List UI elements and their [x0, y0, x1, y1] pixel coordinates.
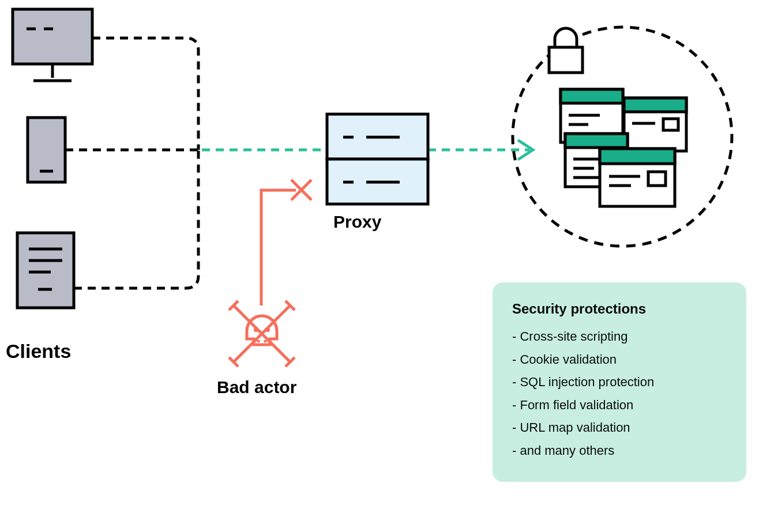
svg-rect-30 [549, 47, 583, 73]
svg-rect-44 [600, 149, 675, 206]
svg-rect-36 [624, 98, 686, 112]
proxy-server-icon [327, 114, 428, 204]
svg-line-20 [234, 305, 290, 362]
security-panel-item: - Cross-site scripting [512, 325, 727, 348]
svg-line-19 [291, 180, 311, 200]
svg-rect-0 [13, 9, 92, 64]
svg-line-23 [285, 357, 295, 367]
lock-icon [549, 28, 583, 73]
svg-rect-39 [565, 134, 628, 187]
svg-rect-7 [17, 233, 74, 308]
security-panel-items: - Cross-site scripting - Cookie validati… [512, 325, 727, 462]
desktop-client-icon [13, 9, 92, 81]
document-client-icon [17, 233, 74, 308]
security-panel-item: - and many others [512, 439, 727, 462]
svg-rect-35 [624, 98, 686, 151]
svg-rect-48 [648, 172, 666, 186]
svg-rect-38 [663, 119, 678, 130]
security-panel-title: Security protections [512, 301, 727, 317]
svg-line-21 [234, 305, 290, 362]
bad-actor-skull-icon [229, 301, 295, 367]
svg-rect-5 [28, 118, 65, 182]
svg-rect-13 [327, 159, 428, 204]
svg-rect-45 [600, 149, 675, 164]
security-panel-item: - Cookie validation [512, 348, 727, 371]
svg-rect-31 [561, 89, 623, 142]
svg-line-25 [229, 357, 238, 367]
svg-rect-40 [565, 134, 628, 148]
proxy-label: Proxy [333, 212, 381, 232]
svg-line-24 [285, 301, 295, 310]
svg-rect-32 [561, 89, 623, 103]
svg-line-22 [229, 301, 238, 310]
bad-actor-label: Bad actor [217, 378, 296, 397]
secure-boundary-circle [513, 27, 732, 246]
svg-rect-12 [327, 114, 428, 159]
security-panel-item: - SQL injection protection [512, 371, 727, 394]
clients-label: Clients [6, 340, 71, 363]
svg-point-26 [254, 327, 258, 332]
security-panel-item: - URL map validation [512, 416, 727, 439]
security-panel-item: - Form field validation [512, 394, 727, 417]
svg-line-18 [291, 180, 311, 200]
blocked-x-icon [291, 180, 311, 200]
apps-cluster-icon [561, 89, 686, 206]
security-protections-panel: Security protections - Cross-site script… [493, 282, 746, 482]
svg-point-27 [265, 327, 270, 332]
phone-client-icon [28, 118, 65, 182]
